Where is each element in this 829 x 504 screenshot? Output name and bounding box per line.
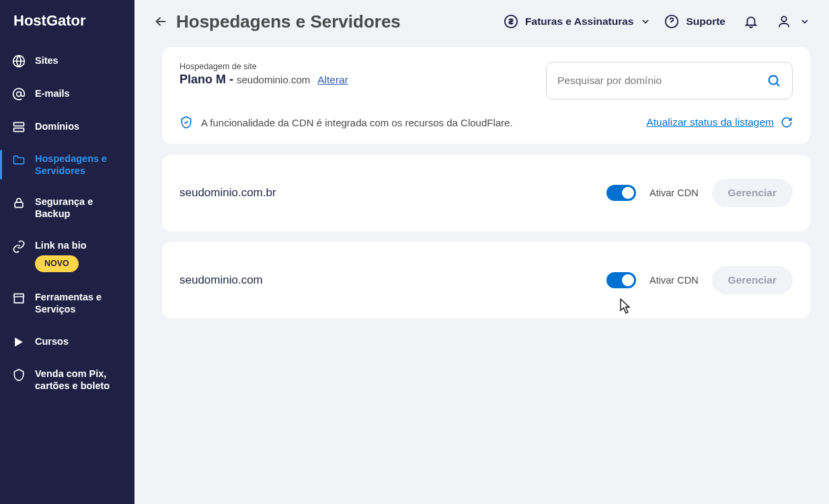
content: Hospedagem de site Plano M - seudominio.… [134,43,829,337]
sidebar-item-label: E-mails [35,87,122,99]
sidebar-item-label: Domínios [35,120,122,132]
search-input[interactable] [557,75,760,87]
sidebar-item-label: Cursos [35,335,122,347]
sidebar-item-domains[interactable]: Domínios [0,110,134,143]
cdn-toggle-label: Ativar CDN [649,187,699,198]
sidebar-item-security[interactable]: Segurança e Backup [0,186,134,229]
brand-logo: HostGator [0,12,134,44]
lock-icon [12,196,26,210]
sidebar-item-hosting[interactable]: Hospedagens e Servidores [0,143,134,186]
refresh-icon [781,116,793,128]
search-icon [766,73,781,88]
topbar-billing[interactable]: Faturas e Assinaturas [504,14,651,29]
plan-domain: seudominio.com [237,74,310,85]
chevron-down-icon [799,16,810,27]
refresh-status-link[interactable]: Atualizar status da listagem [646,116,793,128]
sidebar-item-label: Ferramentas e Serviços [35,291,122,315]
manage-button[interactable]: Gerenciar [712,179,793,207]
sidebar-item-tools[interactable]: Ferramentas e Serviços [0,282,134,325]
manage-button[interactable]: Gerenciar [712,266,793,294]
help-icon [664,14,679,29]
back-button[interactable]: Hospedagens e Servidores [153,11,401,32]
domain-name: seudominio.com [180,274,263,287]
link-icon [12,240,26,253]
sidebar-item-pix-payments[interactable]: Venda com Pix, cartões e boleto [0,358,134,401]
sidebar-item-label: Venda com Pix, cartões e boleto [35,368,122,392]
sidebar-item-label: Sites [35,54,122,67]
topbar: Hospedagens e Servidores Faturas e Assin… [134,0,829,43]
sidebar-item-label: Hospedagens e Servidores [35,153,122,177]
globe-icon [12,54,26,68]
main: Hospedagens e Servidores Faturas e Assin… [134,0,829,504]
page-title: Hospedagens e Servidores [176,11,401,32]
topbar-support-label: Suporte [686,15,725,28]
svg-rect-2 [14,122,24,126]
cdn-toggle-label: Ativar CDN [649,275,699,286]
domain-row: seudominio.com.br Ativar CDN Gerenciar [162,155,810,231]
domain-name: seudominio.com.br [180,186,276,200]
topbar-support[interactable]: Suporte [664,14,725,29]
chevron-down-icon [640,16,651,27]
sidebar-item-emails[interactable]: E-mails [0,77,134,110]
header-overline: Hospedagem de site [180,62,348,71]
bell-icon [744,14,758,29]
sidebar-item-courses[interactable]: Cursos [0,325,134,358]
shield-icon [12,368,26,382]
svg-rect-3 [14,128,24,132]
cdn-toggle[interactable] [606,272,636,288]
play-icon [12,335,26,349]
domain-row: seudominio.com Ativar CDN Gerenciar [162,242,810,319]
sidebar-item-link-in-bio[interactable]: Link na bio NOVO [0,230,134,282]
folder-icon [12,153,26,167]
notifications-button[interactable] [739,9,763,34]
sidebar: HostGator Sites E-mails Domínios Hospeda… [0,0,134,504]
shield-check-icon [180,116,193,129]
sidebar-item-label: Segurança e Backup [35,196,122,220]
svg-rect-4 [15,202,23,208]
plan-name: Plano M [180,73,226,86]
cdn-info-text: A funcionalidade da CDN é integrada com … [201,117,513,128]
change-plan-link[interactable]: Alterar [317,74,348,85]
svg-point-1 [17,92,22,97]
cdn-info: A funcionalidade da CDN é integrada com … [180,116,513,129]
cdn-toggle[interactable] [606,185,636,201]
svg-point-8 [769,76,778,85]
dollar-icon [504,14,518,29]
sidebar-item-label: Link na bio NOVO [35,239,122,273]
plan-line: Plano M - seudominio.com Alterar [180,73,348,87]
user-icon [777,14,791,29]
at-icon [12,87,26,101]
store-icon [12,292,26,305]
badge-new: NOVO [35,255,79,273]
search-field[interactable] [546,62,793,99]
sidebar-item-sites[interactable]: Sites [0,44,134,77]
header-card: Hospedagem de site Plano M - seudominio.… [162,47,810,144]
svg-point-7 [781,17,786,22]
sidebar-nav: Sites E-mails Domínios Hospedagens e Ser… [0,44,134,401]
server-icon [12,120,26,134]
topbar-billing-label: Faturas e Assinaturas [525,15,633,28]
account-menu[interactable] [777,14,810,29]
refresh-label: Atualizar status da listagem [646,116,774,128]
